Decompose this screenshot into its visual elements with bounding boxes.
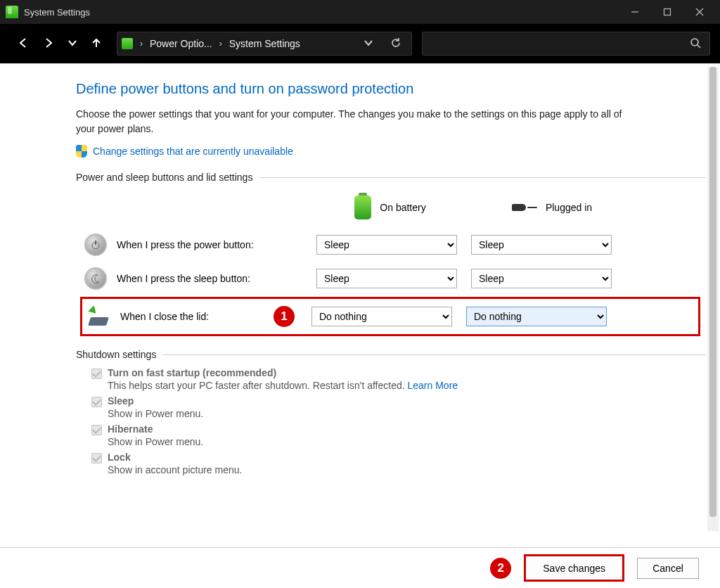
window-title: System Settings	[24, 7, 90, 18]
page-description: Choose the power settings that you want …	[76, 107, 624, 136]
app-icon	[6, 6, 18, 18]
column-on-battery: On battery	[316, 196, 464, 219]
nav-history-dropdown[interactable]	[68, 38, 77, 50]
power-button-plugged-select[interactable]: Sleep	[471, 235, 612, 255]
lock-checkbox	[91, 453, 102, 464]
nav-back-button[interactable]	[17, 37, 30, 51]
cancel-button[interactable]: Cancel	[637, 558, 699, 579]
power-button-icon	[84, 234, 107, 256]
window-titlebar: System Settings	[0, 0, 720, 24]
sleep-button-label: When I press the sleep button:	[117, 273, 250, 284]
column-plugged-in: Plugged in	[478, 201, 626, 214]
svg-line-5	[698, 45, 700, 48]
lid-close-label: When I close the lid:	[120, 311, 209, 322]
nav-forward-button[interactable]	[42, 37, 55, 51]
navigation-toolbar: › Power Optio... › System Settings	[0, 24, 720, 63]
minimize-button[interactable]	[619, 0, 651, 24]
lock-label: Lock	[108, 452, 242, 463]
power-button-label: When I press the power button:	[117, 239, 254, 250]
hibernate-desc: Show in Power menu.	[108, 436, 203, 447]
breadcrumb-system-settings[interactable]: System Settings	[229, 38, 300, 49]
page-heading: Define power buttons and turn on passwor…	[76, 81, 706, 97]
section-shutdown-title: Shutdown settings	[76, 349, 706, 360]
maximize-button[interactable]	[651, 0, 683, 24]
address-dropdown-icon[interactable]	[358, 38, 379, 50]
battery-icon	[354, 196, 371, 219]
breadcrumb-power-options[interactable]: Power Optio...	[150, 38, 212, 49]
breadcrumb-icon	[122, 38, 133, 49]
annotation-badge-2: 2	[490, 558, 511, 579]
lid-close-battery-select[interactable]: Do nothing	[311, 307, 452, 326]
hibernate-checkbox	[91, 425, 102, 435]
sleep-button-battery-select[interactable]: Sleep	[316, 269, 457, 288]
svg-point-4	[691, 39, 698, 46]
fast-startup-label: Turn on fast startup (recommended)	[108, 367, 458, 378]
annotation-badge-1: 1	[274, 306, 295, 327]
sleep-button-icon	[84, 267, 107, 290]
close-button[interactable]	[683, 0, 716, 24]
change-settings-link[interactable]: Change settings that are currently unava…	[93, 146, 293, 157]
search-bar[interactable]	[422, 32, 710, 56]
sleep-label: Sleep	[108, 395, 203, 407]
lid-close-icon	[86, 307, 110, 326]
lock-desc: Show in account picture menu.	[108, 464, 242, 475]
address-bar[interactable]: › Power Optio... › System Settings	[117, 32, 412, 56]
shield-icon	[76, 145, 87, 158]
section-power-buttons-title: Power and sleep buttons and lid settings	[76, 172, 706, 183]
learn-more-link[interactable]: Learn More	[408, 380, 458, 391]
svg-rect-1	[664, 9, 671, 15]
nav-up-button[interactable]	[90, 37, 103, 51]
breadcrumb-separator-icon: ›	[219, 39, 222, 49]
power-button-battery-select[interactable]: Sleep	[316, 235, 457, 255]
sleep-checkbox	[91, 397, 102, 407]
breadcrumb-separator-icon: ›	[140, 39, 143, 49]
fast-startup-checkbox	[91, 369, 102, 379]
vertical-scrollbar[interactable]	[707, 67, 719, 531]
sleep-desc: Show in Power menu.	[108, 408, 203, 419]
save-changes-button[interactable]: Save changes	[524, 554, 624, 582]
search-icon	[690, 37, 701, 51]
sleep-button-plugged-select[interactable]: Sleep	[471, 269, 612, 288]
plug-icon	[512, 201, 537, 214]
hibernate-label: Hibernate	[108, 423, 203, 435]
lid-close-row-highlight: When I close the lid: 1 Do nothing Do no…	[80, 297, 700, 336]
lid-close-plugged-select[interactable]: Do nothing	[466, 307, 607, 326]
refresh-button[interactable]	[385, 37, 407, 51]
fast-startup-desc: This helps start your PC faster after sh…	[108, 380, 458, 391]
footer-actions: 2 Save changes Cancel	[0, 547, 720, 588]
